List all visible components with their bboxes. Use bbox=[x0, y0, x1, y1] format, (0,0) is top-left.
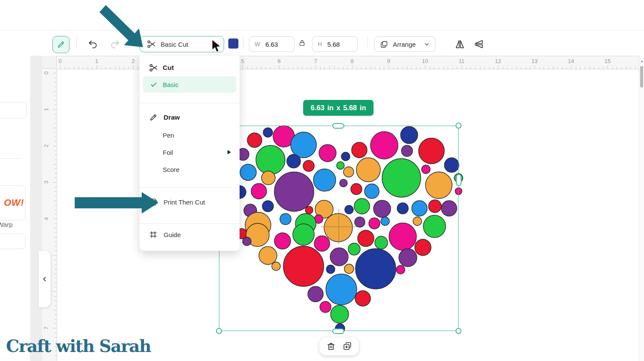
menu-item-score[interactable]: Score bbox=[140, 162, 240, 177]
resize-handle-top[interactable] bbox=[332, 123, 344, 129]
scissors-icon bbox=[149, 63, 158, 72]
resize-handle-right[interactable] bbox=[456, 174, 462, 186]
ruler-tick bbox=[617, 67, 617, 69]
ruler-tick bbox=[54, 164, 57, 165]
ruler-number: 5 bbox=[241, 58, 244, 64]
ruler-tick bbox=[566, 67, 567, 69]
ruler-tick bbox=[79, 66, 79, 69]
ruler-tick bbox=[521, 67, 521, 69]
panel-collapse-tab[interactable] bbox=[39, 251, 51, 307]
menu-item-draw[interactable]: Draw bbox=[140, 110, 240, 125]
ruler-tick bbox=[516, 66, 517, 69]
ruler-number: 0 bbox=[43, 70, 50, 76]
menu-item-basic[interactable]: Basic bbox=[143, 76, 236, 93]
ruler-tick bbox=[535, 65, 535, 69]
vertical-scrollbar[interactable]: ▲ bbox=[639, 56, 644, 361]
warp-label: Warp bbox=[0, 221, 12, 228]
menu-item-print-then-cut[interactable]: Print Then Cut bbox=[140, 193, 240, 211]
ruler-tick bbox=[55, 155, 57, 155]
arrange-button[interactable]: Arrange bbox=[374, 36, 435, 52]
width-input[interactable] bbox=[264, 40, 289, 48]
color-swatch[interactable] bbox=[228, 38, 239, 49]
printer-icon bbox=[149, 197, 158, 207]
delete-button[interactable] bbox=[326, 342, 336, 351]
ruler-tick bbox=[484, 67, 485, 69]
ruler-tick bbox=[55, 246, 57, 247]
menu-item-guide[interactable]: Guide bbox=[140, 227, 240, 242]
guide-grid-icon bbox=[149, 230, 158, 239]
ruler-tick bbox=[55, 105, 57, 105]
ruler-tick bbox=[53, 146, 57, 146]
ruler-tick bbox=[55, 269, 57, 269]
ruler-tick bbox=[55, 278, 57, 278]
pencil-tool-button[interactable] bbox=[52, 36, 70, 53]
height-input[interactable] bbox=[326, 40, 350, 48]
flip-vertical-button[interactable] bbox=[471, 36, 487, 52]
menu-item-cut[interactable]: Cut bbox=[140, 60, 240, 75]
ruler-number: 1 bbox=[95, 58, 98, 64]
ruler-number: 1 bbox=[43, 106, 50, 112]
guide-label: Guide bbox=[164, 231, 181, 238]
ruler-tick bbox=[448, 67, 448, 69]
ruler-tick bbox=[88, 67, 88, 69]
sidebar-promo-card[interactable]: OW! bbox=[0, 185, 26, 220]
ruler-tick bbox=[585, 67, 585, 69]
ruler-tick bbox=[265, 67, 266, 69]
ruler-tick bbox=[603, 67, 603, 69]
ruler-tick bbox=[55, 241, 57, 242]
ruler-tick bbox=[55, 137, 57, 137]
ruler-tick bbox=[493, 67, 494, 69]
operation-dropdown-button[interactable]: Basic Cut bbox=[140, 36, 224, 52]
sidebar-card[interactable] bbox=[0, 234, 26, 249]
ruler-tick bbox=[302, 67, 302, 69]
ruler-tick bbox=[55, 287, 57, 287]
ruler-tick bbox=[55, 333, 57, 333]
ruler-tick bbox=[124, 67, 125, 69]
selection-bounding-box[interactable] bbox=[219, 126, 459, 331]
ruler-tick bbox=[53, 73, 57, 73]
separator bbox=[131, 37, 131, 49]
redo-button[interactable] bbox=[107, 36, 123, 52]
pen-label: Pen bbox=[163, 132, 174, 139]
ruler-tick bbox=[325, 67, 325, 69]
scrollbar-thumb[interactable] bbox=[640, 66, 643, 87]
ruler-tick bbox=[389, 65, 389, 69]
ruler-tick bbox=[512, 67, 512, 69]
resize-handle-bottom[interactable] bbox=[332, 328, 344, 334]
horizontal-ruler: 0123456789101112131415 bbox=[42, 56, 639, 69]
sidebar-card[interactable] bbox=[0, 102, 27, 118]
ruler-tick bbox=[384, 67, 384, 69]
ruler-tick bbox=[55, 168, 57, 169]
ruler-tick bbox=[55, 82, 57, 82]
duplicate-button[interactable] bbox=[343, 342, 352, 351]
lock-icon[interactable] bbox=[298, 39, 306, 47]
ruler-tick bbox=[498, 65, 498, 69]
ruler-tick bbox=[526, 67, 526, 69]
separator bbox=[243, 37, 243, 49]
ruler-tick bbox=[55, 232, 57, 233]
ruler-tick bbox=[270, 67, 270, 69]
menu-item-foil[interactable]: Foil bbox=[140, 144, 240, 160]
pencil-icon bbox=[149, 113, 158, 122]
menu-item-pen[interactable]: Pen bbox=[140, 127, 240, 143]
ruler-number: 13 bbox=[532, 58, 538, 64]
ruler-tick bbox=[261, 66, 261, 69]
size-badge: 6.63 in x 5.68 in bbox=[303, 100, 374, 116]
separator bbox=[140, 223, 240, 224]
ruler-tick bbox=[361, 67, 361, 69]
promo-label: OW! bbox=[4, 197, 24, 208]
resize-handle-top-right[interactable] bbox=[456, 123, 462, 129]
ruler-tick bbox=[357, 67, 357, 69]
flip-horizontal-button[interactable] bbox=[452, 36, 468, 52]
ruler-tick bbox=[54, 91, 57, 92]
resize-handle-bottom-right[interactable] bbox=[456, 328, 462, 334]
ruler-number: 7 bbox=[314, 58, 317, 64]
ruler-tick bbox=[530, 67, 530, 69]
ruler-tick bbox=[55, 250, 57, 251]
scrollbar-up-icon[interactable]: ▲ bbox=[640, 59, 644, 63]
ruler-tick bbox=[101, 67, 102, 69]
undo-button[interactable] bbox=[85, 36, 101, 52]
ruler-tick bbox=[548, 67, 549, 69]
separator bbox=[76, 37, 77, 49]
resize-handle-bottom-left[interactable] bbox=[216, 328, 222, 334]
